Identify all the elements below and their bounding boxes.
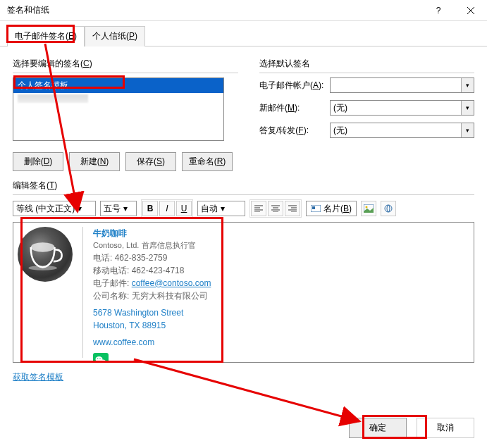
svg-point-17 <box>366 206 368 209</box>
edit-signature-label-pre: 编辑签名( <box>13 180 49 190</box>
signature-phone: 电话: 462-835-2759 <box>93 251 211 264</box>
business-card-button[interactable]: 名片(B) <box>306 201 357 216</box>
signature-phone-value: 462-835-2759 <box>115 253 168 263</box>
wechat-icon <box>93 353 109 363</box>
signature-email-label: 电子邮件: <box>93 278 129 288</box>
email-account-label-post: ): <box>319 80 323 90</box>
signature-mobile: 移动电话: 462-423-4718 <box>93 264 211 277</box>
font-size-value: 五号 <box>104 203 121 215</box>
close-button[interactable] <box>455 0 487 21</box>
font-color-select[interactable]: 自动 ▾ <box>197 201 245 216</box>
svg-point-19 <box>387 205 390 212</box>
select-to-edit-label-post: ) <box>90 58 92 68</box>
save-button[interactable]: 保存(S) <box>125 152 176 171</box>
select-to-edit-section: 选择要编辑的签名(C) 个人签名模板 删除(D) 新建(N) 保存(S) 重命名… <box>13 54 238 171</box>
edit-signature-label: 编辑签名(T) <box>13 180 474 192</box>
new-message-label-pre: 新邮件( <box>259 103 288 113</box>
help-button[interactable]: ? <box>422 0 455 21</box>
select-to-edit-label-pre: 选择要编辑的签名( <box>13 58 83 68</box>
help-icon: ? <box>436 6 441 15</box>
signature-company-label: 公司名称: <box>93 291 129 301</box>
select-to-edit-accel: C <box>83 58 90 68</box>
email-account-dropdown[interactable]: ▾ <box>330 77 474 93</box>
new-message-value: (无) <box>333 102 347 114</box>
picture-icon <box>364 204 374 213</box>
edit-signature-label-post: ) <box>54 180 57 190</box>
font-color-value: 自动 <box>201 203 218 215</box>
signature-image <box>18 227 73 282</box>
signature-list-item-selected[interactable]: 个人签名模板 <box>13 78 223 93</box>
save-button-accel: S <box>156 156 162 166</box>
svg-point-18 <box>385 205 392 212</box>
get-templates-link[interactable]: 获取签名模板 <box>13 371 63 383</box>
signature-url: www.coffee.com <box>93 336 211 349</box>
email-account-label-pre: 电子邮件帐户( <box>259 80 313 90</box>
business-card-accel: B <box>343 204 349 213</box>
signature-content: 牛奶咖啡 Contoso, Ltd. 首席信息执行官 电话: 462-835-2… <box>93 227 211 358</box>
tab-email-signature[interactable]: 电子邮件签名(E) <box>7 26 85 46</box>
new-message-accel: M <box>288 103 295 113</box>
close-icon <box>467 7 474 14</box>
align-right-button[interactable] <box>285 201 300 216</box>
rename-button-label-pre: 重命名( <box>189 156 217 166</box>
svg-point-25 <box>99 358 100 359</box>
new-button-label-pre: 新建( <box>80 156 100 166</box>
tab-email-signature-label-post: ) <box>74 31 77 41</box>
align-left-button[interactable] <box>251 201 266 216</box>
align-center-button[interactable] <box>268 201 283 216</box>
svg-rect-15 <box>312 206 315 209</box>
save-button-label-pre: 保存( <box>137 156 156 166</box>
font-family-select[interactable]: 等线 (中文正文) ▾ <box>13 201 96 216</box>
chevron-down-icon: ▾ <box>461 101 474 115</box>
bold-icon: B <box>147 204 154 213</box>
insert-link-button[interactable] <box>381 201 396 216</box>
new-message-dropdown[interactable]: (无) ▾ <box>330 100 474 116</box>
new-message-label: 新邮件(M): <box>259 102 330 114</box>
delete-button-label-pre: 删除( <box>24 156 44 166</box>
insert-picture-button[interactable] <box>361 201 376 216</box>
select-to-edit-label: 选择要编辑的签名(C) <box>13 58 238 70</box>
signature-email-link[interactable]: coffee@contoso.com <box>132 278 211 288</box>
italic-icon: I <box>166 204 168 213</box>
svg-point-27 <box>104 361 104 361</box>
italic-button[interactable]: I <box>159 201 175 216</box>
underline-button[interactable]: U <box>176 201 192 216</box>
window-title: 签名和信纸 <box>7 4 49 16</box>
signature-listbox[interactable]: 个人签名模板 <box>13 77 224 141</box>
signature-toolbar: 等线 (中文正文) ▾ 五号 ▾ B I U 自动 ▾ 名片(B) <box>13 199 474 218</box>
chevron-down-icon: ▾ <box>221 204 230 213</box>
chevron-down-icon: ▾ <box>78 204 87 213</box>
font-size-select[interactable]: 五号 ▾ <box>100 201 137 216</box>
new-message-label-post: ): <box>295 103 300 113</box>
signature-editor[interactable]: 牛奶咖啡 Contoso, Ltd. 首席信息执行官 电话: 462-835-2… <box>13 222 474 363</box>
tab-stationery[interactable]: 个人信纸(P) <box>85 26 145 46</box>
tab-email-signature-label-pre: 电子邮件签名( <box>15 31 68 41</box>
tab-stationery-accel: P <box>129 31 135 41</box>
reply-forward-dropdown[interactable]: (无) ▾ <box>330 123 474 138</box>
align-left-icon <box>254 205 263 212</box>
cancel-button[interactable]: 取消 <box>417 418 474 438</box>
titlebar: 签名和信纸 ? <box>0 0 487 21</box>
new-button[interactable]: 新建(N) <box>69 152 120 171</box>
business-card-icon <box>311 205 321 212</box>
ok-button[interactable]: 确定 <box>349 418 407 438</box>
svg-point-21 <box>28 266 57 270</box>
signature-role: Contoso, Ltd. 首席信息执行官 <box>93 239 211 251</box>
chevron-down-icon: ▾ <box>461 123 474 137</box>
new-button-label-post: ) <box>106 156 109 166</box>
tab-stationery-label-pre: 个人信纸( <box>92 31 129 41</box>
chevron-down-icon: ▾ <box>123 204 133 213</box>
signature-mobile-value: 462-423-4718 <box>132 266 185 275</box>
signature-address2: Houston, TX 88915 <box>93 319 211 332</box>
signature-list-item-blurred <box>18 94 88 103</box>
signature-company-prefix: Contoso, Ltd. <box>93 241 142 249</box>
font-family-value: 等线 (中文正文) <box>16 203 75 215</box>
rename-button[interactable]: 重命名(R) <box>182 152 233 171</box>
signature-name: 牛奶咖啡 <box>93 227 211 239</box>
reply-forward-value: (无) <box>333 125 347 137</box>
bold-button[interactable]: B <box>142 201 158 216</box>
signature-address1: 5678 Washington Street <box>93 306 211 319</box>
svg-point-20 <box>31 242 55 252</box>
delete-button[interactable]: 删除(D) <box>13 152 63 171</box>
align-center-icon <box>271 205 280 212</box>
